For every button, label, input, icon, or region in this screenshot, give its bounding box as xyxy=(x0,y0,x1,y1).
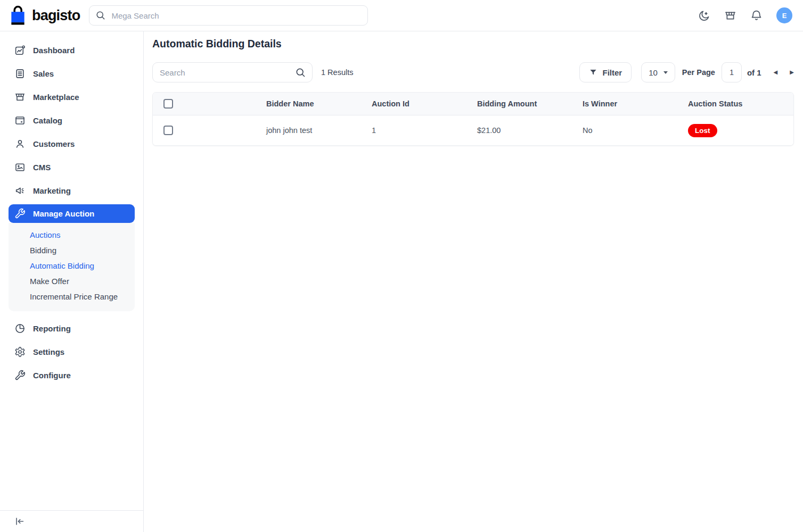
submenu-item-incremental-price-range[interactable]: Incremental Price Range xyxy=(9,289,135,304)
column-header-auction-status[interactable]: Auction Status xyxy=(688,99,793,108)
sidebar-item-marketplace[interactable]: Marketplace xyxy=(0,85,143,109)
row-checkbox[interactable] xyxy=(163,126,173,135)
brand-logo[interactable]: bagisto xyxy=(9,5,80,26)
select-all-checkbox[interactable] xyxy=(163,99,173,109)
automatic-bidding-table: Bidder Name Auction Id Bidding Amount Is… xyxy=(152,92,794,146)
page-total: of 1 xyxy=(747,68,761,77)
bagisto-bag-icon xyxy=(9,5,27,26)
table-row: john john test 1 $21.00 No Lost xyxy=(153,115,793,145)
mega-search-input[interactable] xyxy=(89,5,368,26)
sidebar-item-marketing[interactable]: Marketing xyxy=(0,179,143,202)
collapse-sidebar-icon[interactable] xyxy=(14,516,26,527)
sidebar-item-configure[interactable]: Configure xyxy=(0,363,143,387)
bell-icon[interactable] xyxy=(750,10,763,22)
sidebar-item-label: Marketplace xyxy=(33,93,79,102)
filter-label: Filter xyxy=(602,68,622,77)
per-page-select[interactable]: 10 xyxy=(641,62,675,82)
per-page-label: Per Page xyxy=(682,68,715,77)
submenu-item-automatic-bidding[interactable]: Automatic Bidding xyxy=(9,258,135,273)
column-header-bidding-amount[interactable]: Bidding Amount xyxy=(477,99,583,108)
marketplace-icon xyxy=(14,92,26,103)
funnel-icon xyxy=(589,68,597,77)
sidebar-item-manage-auction[interactable]: Manage Auction xyxy=(9,204,135,223)
submenu-item-bidding[interactable]: Bidding xyxy=(9,243,135,258)
sidebar-nav: Dashboard Sales Mar xyxy=(0,38,143,510)
sidebar-item-catalog[interactable]: Catalog xyxy=(0,109,143,132)
sidebar-item-dashboard[interactable]: Dashboard xyxy=(0,38,143,62)
search-icon[interactable] xyxy=(295,67,306,78)
sidebar-item-cms[interactable]: CMS xyxy=(0,155,143,179)
catalog-icon xyxy=(14,115,26,126)
cell-bidding-amount: $21.00 xyxy=(477,126,583,135)
chevron-down-icon xyxy=(663,71,668,74)
sidebar-item-reporting[interactable]: Reporting xyxy=(0,317,143,340)
results-count: 1 Results xyxy=(321,68,353,77)
sidebar-item-settings[interactable]: Settings xyxy=(0,340,143,363)
sidebar: Dashboard Sales Mar xyxy=(0,31,144,532)
dashboard-icon xyxy=(14,45,26,56)
user-avatar[interactable]: E xyxy=(776,7,792,23)
sidebar-item-label: Customers xyxy=(33,139,75,148)
gear-icon xyxy=(14,346,26,358)
storefront-icon[interactable] xyxy=(724,10,736,22)
filter-button[interactable]: Filter xyxy=(579,62,632,82)
megaphone-icon xyxy=(14,185,26,196)
next-page-icon[interactable]: ▶ xyxy=(790,70,794,75)
datagrid-search xyxy=(152,62,313,82)
cell-auction-id: 1 xyxy=(372,126,477,135)
search-icon xyxy=(95,10,105,20)
sidebar-item-label: Settings xyxy=(33,347,64,356)
cell-bidder-name: john john test xyxy=(266,126,372,135)
dark-mode-moon-icon[interactable] xyxy=(698,10,710,22)
sidebar-item-customers[interactable]: Customers xyxy=(0,132,143,155)
top-bar: bagisto xyxy=(0,0,803,31)
mega-search xyxy=(89,5,368,26)
page-number-input[interactable] xyxy=(722,62,742,82)
previous-page-icon[interactable]: ◀ xyxy=(774,70,778,75)
brand-name: bagisto xyxy=(32,7,80,24)
sidebar-item-label: Marketing xyxy=(33,186,71,195)
wrench-icon xyxy=(14,370,26,381)
main-content: Automatic Bidding Details 1 Results Filt… xyxy=(144,31,803,532)
status-badge: Lost xyxy=(688,124,717,137)
customers-icon xyxy=(14,138,26,149)
column-header-is-winner[interactable]: Is Winner xyxy=(583,99,688,108)
manage-auction-submenu: Auctions Bidding Automatic Bidding Make … xyxy=(9,223,135,311)
sidebar-item-label: Dashboard xyxy=(33,46,75,55)
datagrid-toolbar: 1 Results Filter 10 Per Page of 1 ◀ ▶ xyxy=(152,62,794,82)
sidebar-item-label: Catalog xyxy=(33,116,62,125)
page-title: Automatic Bidding Details xyxy=(152,38,794,50)
sidebar-item-label: CMS xyxy=(33,163,51,172)
sidebar-item-sales[interactable]: Sales xyxy=(0,62,143,85)
table-header-row: Bidder Name Auction Id Bidding Amount Is… xyxy=(153,93,793,115)
column-header-bidder-name[interactable]: Bidder Name xyxy=(266,99,372,108)
submenu-item-make-offer[interactable]: Make Offer xyxy=(9,273,135,289)
pie-chart-icon xyxy=(14,323,26,334)
wrench-icon xyxy=(14,208,26,219)
cms-icon xyxy=(14,162,26,173)
topbar-actions: E xyxy=(698,7,792,23)
per-page-value: 10 xyxy=(649,68,658,77)
sidebar-item-label: Manage Auction xyxy=(33,209,94,218)
toolbar-right: Filter 10 Per Page of 1 ◀ ▶ xyxy=(579,62,794,82)
sidebar-item-label: Sales xyxy=(33,69,54,78)
sidebar-item-label: Reporting xyxy=(33,324,71,333)
cell-is-winner: No xyxy=(583,126,688,135)
sales-icon xyxy=(14,68,26,79)
submenu-item-auctions[interactable]: Auctions xyxy=(9,227,135,243)
column-header-auction-id[interactable]: Auction Id xyxy=(372,99,477,108)
sidebar-item-label: Configure xyxy=(33,371,71,380)
datagrid-search-input[interactable] xyxy=(152,62,313,82)
sidebar-footer xyxy=(0,510,143,532)
